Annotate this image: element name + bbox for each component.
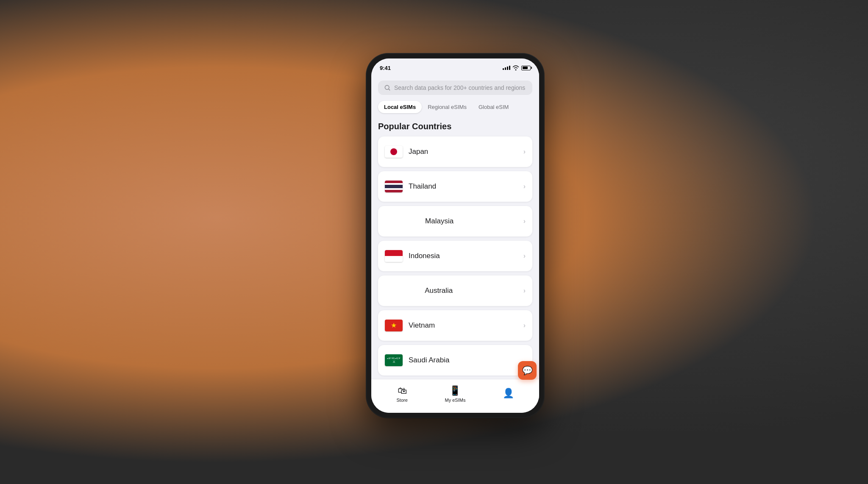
account-icon: 👤 — [503, 388, 514, 399]
nav-label-my-esims: My eSIMs — [445, 398, 466, 403]
country-name-malaysia: Malaysia — [425, 217, 453, 225]
phone-wrapper: 9:41 — [366, 53, 544, 418]
search-icon — [384, 84, 391, 91]
flag-thailand — [385, 181, 403, 192]
country-name-australia: Australia — [425, 287, 453, 295]
chevron-right-icon: › — [523, 287, 526, 295]
chevron-right-icon: › — [523, 322, 526, 329]
status-bar: 9:41 — [371, 58, 539, 77]
country-name-saudi-arabia: Saudi Arabia — [409, 356, 449, 364]
chat-icon: 💬 — [522, 365, 533, 376]
country-name-indonesia: Indonesia — [409, 252, 440, 260]
list-item[interactable]: ★ Vietnam › — [378, 310, 532, 341]
nav-label-store: Store — [397, 398, 408, 403]
list-item[interactable]: Japan › — [378, 136, 532, 167]
status-time: 9:41 — [380, 65, 391, 71]
status-icons — [503, 65, 531, 70]
list-item[interactable]: Thailand › — [378, 171, 532, 202]
esims-icon: 📱 — [449, 385, 461, 396]
country-name-japan: Japan — [409, 147, 428, 156]
country-name-vietnam: Vietnam — [409, 321, 435, 330]
phone-screen: 9:41 — [371, 58, 539, 413]
section-title: Popular Countries — [378, 118, 532, 136]
tabs-container: Local eSIMs Regional eSIMs Global eSIM — [371, 99, 539, 118]
tab-regional-esims[interactable]: Regional eSIMs — [422, 101, 473, 113]
flag-indonesia — [385, 250, 403, 262]
list-item[interactable]: لا إله إلا الله ⚔ Saudi Arabia › — [378, 345, 532, 376]
nav-item-my-esims[interactable]: 📱 My eSIMs — [428, 385, 481, 403]
battery-icon — [521, 66, 531, 70]
chevron-right-icon: › — [523, 217, 526, 225]
flag-saudi-arabia: لا إله إلا الله ⚔ — [385, 354, 403, 366]
store-icon: 🛍 — [398, 385, 407, 396]
chevron-right-icon: › — [523, 252, 526, 260]
scroll-content[interactable]: Popular Countries Japan › — [371, 118, 539, 379]
signal-icon — [503, 66, 510, 70]
country-name-thailand: Thailand — [409, 182, 436, 191]
tab-global-esim[interactable]: Global eSIM — [473, 101, 515, 113]
bottom-nav: 🛍 Store 📱 My eSIMs 👤 — [371, 379, 539, 413]
nav-item-account[interactable]: 👤 — [482, 388, 535, 400]
list-item[interactable]: ✦ ✦✦ ✦ Australia › — [378, 275, 532, 306]
chevron-right-icon: › — [523, 148, 526, 156]
phone: 9:41 — [366, 53, 544, 418]
chevron-right-icon: › — [523, 183, 526, 190]
list-item[interactable]: ☽★ Malaysia › — [378, 206, 532, 236]
flag-vietnam: ★ — [385, 320, 403, 331]
wifi-icon — [512, 65, 519, 70]
nav-item-store[interactable]: 🛍 Store — [376, 385, 428, 403]
country-list: Japan › — [378, 136, 532, 379]
list-item[interactable]: Indonesia › — [378, 241, 532, 271]
flag-japan — [385, 146, 403, 158]
search-container: Search data packs for 200+ countries and… — [371, 77, 539, 99]
search-bar[interactable]: Search data packs for 200+ countries and… — [378, 81, 532, 95]
chat-fab-button[interactable]: 💬 — [518, 361, 537, 380]
search-placeholder: Search data packs for 200+ countries and… — [394, 84, 525, 91]
tab-local-esims[interactable]: Local eSIMs — [378, 101, 422, 113]
